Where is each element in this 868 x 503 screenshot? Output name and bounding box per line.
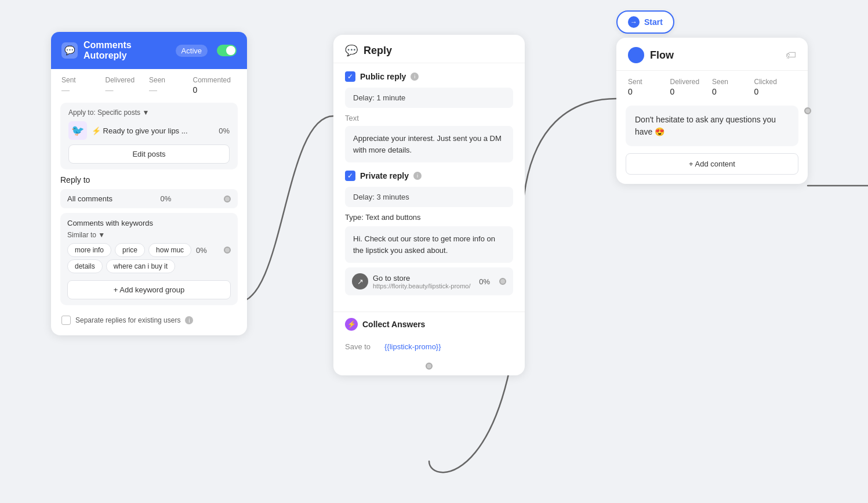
public-reply-text-label: Text bbox=[345, 114, 513, 122]
store-pct: 0% bbox=[479, 277, 490, 286]
reply-header-title: Reply bbox=[364, 45, 392, 57]
start-button[interactable]: → Start bbox=[616, 10, 674, 34]
stat-sent-label: Sent bbox=[61, 76, 76, 84]
add-keyword-button[interactable]: + Add keyword group bbox=[67, 280, 231, 299]
autoreply-header: 💬 Comments Autoreply Active bbox=[51, 32, 247, 69]
autoreply-card: 💬 Comments Autoreply Active Sent — Deliv… bbox=[51, 32, 247, 335]
public-reply-delay: Delay: 1 minute bbox=[345, 88, 513, 108]
public-reply-text-content: Appreciate your interest. Just sent you … bbox=[345, 126, 513, 162]
active-toggle[interactable] bbox=[217, 45, 237, 56]
autoreply-stats: Sent — Delivered — Seen — Commented 0 bbox=[51, 69, 247, 99]
store-text-box: Hi. Check out our store to get more info… bbox=[345, 226, 513, 263]
flow-stat-delivered: Delivered 0 bbox=[670, 78, 713, 96]
flow-stat-sent: Sent 0 bbox=[628, 78, 670, 96]
save-to-label: Save to bbox=[345, 342, 380, 351]
stat-sent: Sent — bbox=[61, 76, 106, 95]
start-label: Start bbox=[644, 17, 663, 27]
edit-posts-button[interactable]: Edit posts bbox=[68, 144, 230, 164]
stat-sent-value: — bbox=[61, 85, 70, 95]
separate-replies-row: Separate replies for existing users i bbox=[60, 310, 238, 326]
all-comments-connector-dot bbox=[224, 196, 231, 202]
tag-icon[interactable]: 🏷 bbox=[786, 49, 796, 61]
keywords-title: Comments with keywords bbox=[67, 219, 153, 227]
go-to-store-row[interactable]: ↗ Go to store https://flority.beauty/lip… bbox=[345, 267, 513, 295]
store-url: https://flority.beauty/lipstick-promo/ bbox=[373, 283, 474, 290]
reply-header-icon: 💬 bbox=[345, 44, 358, 57]
private-reply-delay: Delay: 3 minutes bbox=[345, 187, 513, 207]
stat-seen: Seen — bbox=[149, 76, 193, 95]
type-value: Text and buttons bbox=[365, 213, 420, 222]
flow-stats: Sent 0 Delivered 0 Seen 0 Clicked 0 bbox=[616, 71, 808, 101]
flow-header-title: Flow bbox=[650, 49, 780, 61]
private-reply-checkbox[interactable]: ✓ bbox=[345, 171, 355, 181]
flow-content-box: Don't hesitate to ask any questions you … bbox=[626, 106, 798, 146]
reply-header: 💬 Reply bbox=[333, 35, 525, 63]
stat-delivered: Delivered — bbox=[106, 76, 150, 95]
save-to-value: {{lipstick-promo}} bbox=[384, 342, 441, 351]
stat-commented-label: Commented bbox=[193, 76, 231, 84]
flow-stat-clicked-value: 0 bbox=[754, 87, 797, 96]
collect-answers-icon: ⚡ bbox=[345, 318, 358, 331]
active-badge: Active bbox=[176, 45, 208, 57]
flow-header: Flow 🏷 bbox=[616, 38, 808, 71]
post-row: 🐦 ⚡ Ready to give your lips ... 0% bbox=[68, 121, 230, 140]
separate-replies-label: Separate replies for existing users bbox=[75, 316, 180, 324]
collect-answers-section: ⚡ Collect Answers bbox=[333, 312, 525, 336]
flow-right-connector-dot bbox=[804, 107, 811, 114]
stat-commented: Commented 0 bbox=[193, 76, 237, 95]
flow-header-icon bbox=[628, 47, 644, 63]
keywords-connector-dot bbox=[224, 247, 231, 254]
store-title: Go to store bbox=[373, 274, 474, 283]
all-comments-text: All comments bbox=[67, 194, 112, 203]
post-text: ⚡ Ready to give your lips ... bbox=[92, 126, 214, 135]
reply-card-bottom bbox=[333, 363, 525, 375]
private-reply-info-icon[interactable]: i bbox=[413, 172, 422, 180]
keywords-pct: 0% bbox=[196, 246, 207, 255]
flow-stat-seen: Seen 0 bbox=[712, 78, 754, 96]
tag-details: details bbox=[67, 259, 103, 273]
keyword-tags-row2: details where can i buy it bbox=[67, 259, 231, 273]
apply-to-label[interactable]: Apply to: Specific posts ▼ bbox=[68, 108, 230, 117]
add-content-button[interactable]: + Add content bbox=[626, 153, 798, 175]
public-reply-info-icon[interactable]: i bbox=[411, 73, 419, 81]
similar-to-label: Similar to ▼ bbox=[67, 231, 105, 239]
stat-delivered-label: Delivered bbox=[106, 76, 135, 84]
all-comments-row[interactable]: All comments 0% bbox=[60, 189, 238, 208]
post-emoji: 🐦 bbox=[68, 121, 87, 140]
apply-to-box: Apply to: Specific posts ▼ 🐦 ⚡ Ready to … bbox=[60, 103, 238, 169]
separate-replies-info-icon[interactable]: i bbox=[185, 316, 193, 324]
public-reply-checkbox[interactable]: ✓ bbox=[345, 71, 355, 82]
keywords-box: Comments with keywords Similar to ▼ more… bbox=[60, 213, 238, 305]
all-comments-pct: 0% bbox=[161, 194, 172, 203]
stat-delivered-value: — bbox=[106, 85, 114, 95]
reply-bottom-connector-dot bbox=[426, 363, 433, 370]
public-reply-section: ✓ Public reply i Delay: 1 minute Text Ap… bbox=[345, 71, 513, 162]
type-label: Type: bbox=[345, 213, 365, 222]
reply-to-label: Reply to bbox=[60, 175, 238, 184]
stat-seen-label: Seen bbox=[149, 76, 165, 84]
tag-how-much: how muc bbox=[148, 243, 191, 257]
store-text: Hi. Check out our store to get more info… bbox=[353, 234, 495, 255]
separate-replies-checkbox[interactable] bbox=[61, 316, 71, 325]
stat-seen-value: — bbox=[149, 85, 157, 95]
flow-card: Flow 🏷 Sent 0 Delivered 0 Seen 0 Clicked… bbox=[616, 38, 808, 184]
similar-to-dropdown[interactable]: Similar to ▼ bbox=[67, 231, 231, 239]
collect-answers-title: Collect Answers bbox=[362, 320, 425, 329]
flow-stat-delivered-value: 0 bbox=[670, 87, 713, 96]
flow-stat-delivered-label: Delivered bbox=[670, 78, 713, 86]
start-arrow-icon: → bbox=[628, 16, 640, 28]
private-reply-section: ✓ Private reply i Delay: 3 minutes Type:… bbox=[345, 171, 513, 295]
private-reply-type: Type: Text and buttons bbox=[345, 213, 513, 222]
flow-stat-sent-value: 0 bbox=[628, 87, 670, 96]
flow-stat-seen-label: Seen bbox=[712, 78, 754, 86]
chat-icon: 💬 bbox=[61, 42, 78, 59]
flow-stat-clicked: Clicked 0 bbox=[754, 78, 797, 96]
save-to-row: Save to {{lipstick-promo}} bbox=[333, 336, 525, 363]
public-reply-label: Public reply bbox=[360, 72, 406, 81]
flow-stat-seen-value: 0 bbox=[712, 87, 754, 96]
autoreply-title: Comments Autoreply bbox=[83, 40, 170, 61]
flow-stat-sent-label: Sent bbox=[628, 78, 670, 86]
keyword-tags: more info price how muc 0% bbox=[67, 243, 231, 257]
post-pct: 0% bbox=[219, 126, 230, 135]
stat-commented-value: 0 bbox=[193, 85, 198, 95]
